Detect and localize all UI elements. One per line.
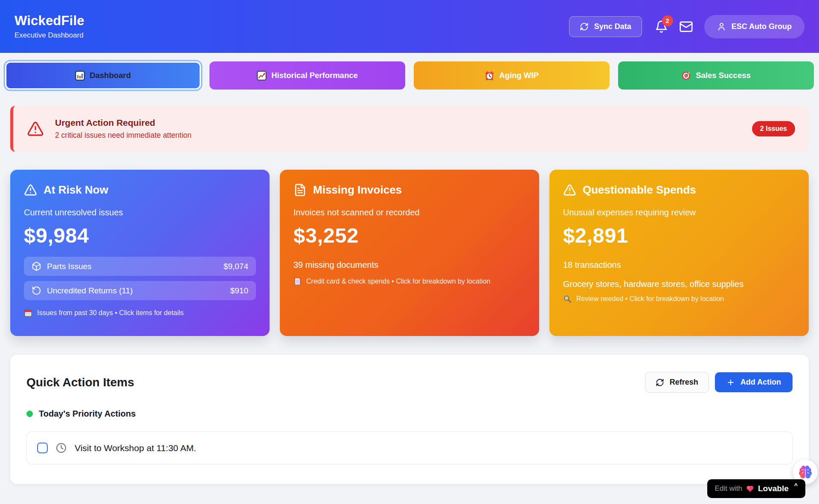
metric-cards: At Risk Now Current unresolved issues $9… xyxy=(10,170,809,336)
refresh-icon xyxy=(580,22,589,31)
missing-invoices-header: Missing Invoices xyxy=(293,183,526,197)
parts-issues-row[interactable]: Parts Issues $9,074 xyxy=(24,257,256,276)
file-text-icon xyxy=(293,183,307,197)
tab-sales-success-label: Sales Success xyxy=(696,71,751,80)
brand-block: WickedFile Executive Dashboard xyxy=(15,13,84,40)
tab-dashboard-label: Dashboard xyxy=(90,71,131,80)
calendar-icon xyxy=(24,309,32,317)
alert-message: 2 critical issues need immediate attenti… xyxy=(55,131,192,140)
action-item-text: Visit to Workshop at 11:30 AM. xyxy=(75,443,196,453)
alarm-clock-icon xyxy=(485,71,494,81)
package-icon xyxy=(32,261,41,271)
priority-section-label: Today's Priority Actions xyxy=(39,409,136,419)
card-subtitle: Current unresolved issues xyxy=(24,208,256,217)
action-item-checkbox[interactable] xyxy=(37,443,48,453)
chevron-up-icon: ^ xyxy=(794,482,798,489)
uncredited-returns-row[interactable]: Uncredited Returns (11) $910 xyxy=(24,281,256,300)
chart-increasing-icon xyxy=(257,71,267,81)
card-footer-text: Credit card & check spends • Click for b… xyxy=(306,278,491,285)
target-icon xyxy=(681,71,691,81)
card-footer: Issues from past 30 days • Click items f… xyxy=(24,309,256,317)
magnifier-icon xyxy=(563,295,572,303)
app-header: WickedFile Executive Dashboard Sync Data… xyxy=(0,0,819,53)
card-count: 18 transactions xyxy=(563,260,795,270)
sync-data-label: Sync Data xyxy=(594,22,631,31)
heart-icon xyxy=(746,485,754,493)
mail-icon xyxy=(679,20,693,34)
alert-text-block: Urgent Action Required 2 critical issues… xyxy=(55,118,192,140)
card-title: Missing Invoices xyxy=(313,183,402,197)
priority-section-header: Today's Priority Actions xyxy=(26,409,793,419)
card-subtitle: Unusual expenses requiring review xyxy=(563,208,795,217)
action-item-row[interactable]: Visit to Workshop at 11:30 AM. xyxy=(26,432,793,464)
warning-icon xyxy=(27,120,44,137)
row-label: Uncredited Returns (11) xyxy=(47,286,133,295)
tab-dashboard[interactable]: Dashboard xyxy=(5,61,201,90)
card-amount: $2,891 xyxy=(563,223,795,247)
at-risk-header: At Risk Now xyxy=(24,183,256,197)
account-button[interactable]: ESC Auto Group xyxy=(704,15,804,38)
urgent-alert-banner[interactable]: Urgent Action Required 2 critical issues… xyxy=(10,106,809,152)
row-value: $9,074 xyxy=(224,262,248,271)
quick-actions-title: Quick Action Items xyxy=(26,376,134,389)
lovable-brand-label: Lovable xyxy=(758,484,789,493)
refresh-label: Refresh xyxy=(670,378,698,387)
refresh-icon xyxy=(656,378,664,387)
nav-tabs: Dashboard Historical Performance Aging W… xyxy=(5,61,814,90)
warning-icon xyxy=(24,183,37,197)
card-footer-text: Issues from past 30 days • Click items f… xyxy=(37,309,184,317)
rotate-ccw-icon xyxy=(32,286,41,295)
brain-icon xyxy=(798,464,813,480)
tab-sales-success[interactable]: Sales Success xyxy=(618,61,814,90)
tab-historical-performance[interactable]: Historical Performance xyxy=(209,61,405,90)
add-action-button[interactable]: Add Action xyxy=(715,372,793,392)
questionable-spends-card[interactable]: Questionable Spends Unusual expenses req… xyxy=(549,170,809,336)
account-label: ESC Auto Group xyxy=(732,22,792,31)
bar-chart-icon xyxy=(75,71,85,81)
card-count: 39 missing documents xyxy=(293,260,526,270)
header-actions: Sync Data 2 ESC Auto Group xyxy=(569,15,804,38)
tab-historical-performance-label: Historical Performance xyxy=(271,71,358,80)
lovable-prefix-label: Edit with xyxy=(715,484,742,493)
plus-icon xyxy=(726,378,735,387)
questionable-spends-header: Questionable Spends xyxy=(563,183,795,197)
add-action-label: Add Action xyxy=(741,378,781,387)
page-icon xyxy=(293,277,302,286)
card-footer: Credit card & check spends • Click for b… xyxy=(293,277,526,286)
messages-button[interactable] xyxy=(679,20,693,34)
sync-data-button[interactable]: Sync Data xyxy=(569,16,642,37)
row-value: $910 xyxy=(230,286,248,295)
at-risk-card[interactable]: At Risk Now Current unresolved issues $9… xyxy=(10,170,270,336)
quick-actions-buttons: Refresh Add Action xyxy=(645,372,793,393)
clock-icon xyxy=(56,443,67,453)
card-amount: $9,984 xyxy=(24,223,256,247)
card-detail: Grocery stores, hardware stores, office … xyxy=(563,279,795,289)
quick-actions-panel: Quick Action Items Refresh Add Action To… xyxy=(10,355,809,484)
tab-aging-wip[interactable]: Aging WIP xyxy=(414,61,610,90)
card-footer-text: Review needed • Click for breakdown by l… xyxy=(576,295,724,303)
row-label: Parts Issues xyxy=(47,262,92,271)
status-dot xyxy=(26,411,33,417)
card-amount: $3,252 xyxy=(293,223,526,247)
card-subtitle: Invoices not scanned or recorded xyxy=(293,208,526,217)
edit-with-lovable-badge[interactable]: Edit with Lovable ^ xyxy=(707,479,805,498)
tab-aging-wip-label: Aging WIP xyxy=(499,71,538,80)
notification-count-badge: 2 xyxy=(662,15,673,26)
alert-title: Urgent Action Required xyxy=(55,118,192,128)
card-title: Questionable Spends xyxy=(583,183,696,197)
user-icon xyxy=(717,22,726,31)
card-title: At Risk Now xyxy=(44,183,108,197)
app-subtitle: Executive Dashboard xyxy=(15,31,84,40)
card-footer: Review needed • Click for breakdown by l… xyxy=(563,295,795,303)
missing-invoices-card[interactable]: Missing Invoices Invoices not scanned or… xyxy=(280,170,539,336)
notifications-button[interactable]: 2 xyxy=(655,20,668,33)
warning-icon xyxy=(563,183,576,197)
at-risk-breakdown: Parts Issues $9,074 Uncredited Returns (… xyxy=(24,257,256,300)
refresh-button[interactable]: Refresh xyxy=(645,372,709,393)
issues-count-badge: 2 Issues xyxy=(752,121,795,136)
app-title: WickedFile xyxy=(15,13,84,29)
